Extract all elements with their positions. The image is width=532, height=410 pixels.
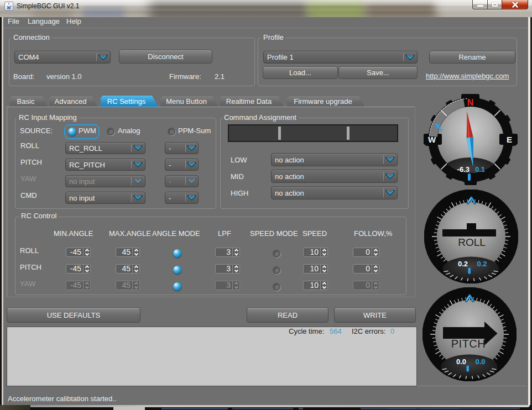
svg-text:ROLL: ROLL: [458, 236, 486, 248]
svg-text:E: E: [507, 135, 512, 144]
svg-text:W: W: [428, 135, 436, 144]
svg-text:PITCH: PITCH: [451, 338, 486, 350]
svg-text:N: N: [467, 98, 474, 107]
svg-text:0.0: 0.0: [456, 358, 466, 366]
svg-text:0.2: 0.2: [458, 260, 468, 268]
svg-text:0.2: 0.2: [477, 260, 487, 268]
svg-text:-6.3: -6.3: [457, 165, 470, 174]
svg-text:0.0: 0.0: [476, 358, 486, 366]
svg-text:0.1: 0.1: [475, 165, 485, 174]
